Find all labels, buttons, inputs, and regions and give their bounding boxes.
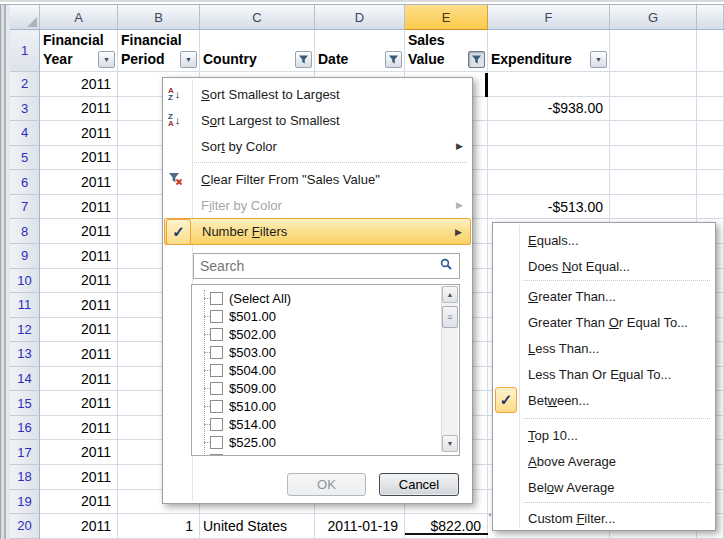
cell-empty[interactable]: [697, 97, 724, 122]
header-cell-date[interactable]: Date: [315, 30, 405, 72]
filter-value-option[interactable]: $501.00: [192, 307, 459, 325]
header-cell-sales-value[interactable]: Sales Value: [405, 30, 488, 72]
row-header[interactable]: 14: [10, 367, 40, 392]
filter-value-option[interactable]: $514.00: [192, 415, 459, 433]
cell-financial-year[interactable]: 2011: [40, 490, 118, 515]
cell-financial-year[interactable]: 2011: [40, 465, 118, 490]
filter-active-button-date[interactable]: [385, 51, 402, 68]
filter-value-option-partial[interactable]: [192, 451, 459, 456]
checkbox[interactable]: [210, 436, 223, 449]
cell-financial-year[interactable]: 2011: [40, 391, 118, 416]
row-header[interactable]: 17: [10, 440, 40, 465]
cell-date[interactable]: 2011-01-19: [315, 514, 405, 539]
filter-value-option[interactable]: $510.00: [192, 397, 459, 415]
row-header[interactable]: 16: [10, 416, 40, 441]
row-header[interactable]: 10: [10, 269, 40, 294]
filter-value-option[interactable]: $502.00: [192, 325, 459, 343]
cell-sales-value[interactable]: $822.00: [405, 514, 488, 539]
cell-financial-year[interactable]: 2011: [40, 195, 118, 220]
row-header[interactable]: 8: [10, 219, 40, 244]
list-scrollbar[interactable]: ▲ ≡ ▼: [441, 286, 458, 452]
checkbox[interactable]: [210, 382, 223, 395]
menu-item-sort-smallest-to-largest[interactable]: AZ↓ Sort Smallest to Largest: [164, 81, 471, 107]
header-cell-financial-period[interactable]: Financial Period ▼: [118, 30, 200, 72]
cell-financial-year[interactable]: 2011: [40, 97, 118, 122]
row-header[interactable]: 13: [10, 342, 40, 367]
row-header[interactable]: 18: [10, 465, 40, 490]
cell-financial-year[interactable]: 2011: [40, 219, 118, 244]
row-header[interactable]: 4: [10, 121, 40, 146]
checkbox[interactable]: [210, 364, 223, 377]
cell-empty[interactable]: [697, 170, 724, 195]
cell-empty[interactable]: [697, 195, 724, 220]
menu-item-number-filters[interactable]: ✓ Number Filters ▶: [164, 218, 471, 245]
filter-dropdown-button-financial-year[interactable]: ▼: [98, 51, 115, 68]
filter-active-button-country[interactable]: [295, 51, 312, 68]
row-header[interactable]: 3: [10, 97, 40, 122]
row-header[interactable]: 7: [10, 195, 40, 220]
cell-empty[interactable]: [610, 97, 697, 122]
submenu-item-top-10[interactable]: Top 10...: [494, 422, 714, 448]
submenu-item-below-average[interactable]: Below Average: [494, 474, 714, 500]
cell-financial-year[interactable]: 2011: [40, 244, 118, 269]
column-header-b[interactable]: B: [118, 5, 200, 30]
cell-empty[interactable]: [610, 146, 697, 171]
submenu-item-between-checked[interactable]: Between...: [494, 387, 714, 414]
cell-financial-year[interactable]: 2011: [40, 293, 118, 318]
column-header-c[interactable]: C: [200, 5, 315, 30]
cell-expenditure[interactable]: -$513.00: [488, 195, 610, 220]
cell-empty[interactable]: [697, 72, 724, 97]
header-cell-financial-year[interactable]: Financial Year ▼: [40, 30, 118, 72]
column-header-f[interactable]: F: [488, 5, 610, 30]
checkbox[interactable]: [210, 346, 223, 359]
column-header-g[interactable]: G: [610, 5, 697, 30]
cell-financial-year[interactable]: 2011: [40, 121, 118, 146]
cell-financial-year[interactable]: 2011: [40, 440, 118, 465]
filter-value-option[interactable]: $509.00: [192, 379, 459, 397]
scroll-down-button[interactable]: ▼: [442, 435, 458, 452]
cell-expenditure[interactable]: -$938.00: [488, 97, 610, 122]
row-header[interactable]: 5: [10, 146, 40, 171]
search-icon[interactable]: [440, 257, 453, 275]
cell-expenditure[interactable]: [488, 72, 610, 97]
filter-value-option[interactable]: $503.00: [192, 343, 459, 361]
header-cell-empty[interactable]: [697, 30, 724, 72]
header-cell-country[interactable]: Country: [200, 30, 315, 72]
checkbox[interactable]: [210, 418, 223, 431]
cell-financial-year[interactable]: 2011: [40, 72, 118, 97]
checkbox[interactable]: [210, 400, 223, 413]
cell-financial-year[interactable]: 2011: [40, 146, 118, 171]
cell-financial-year[interactable]: 2011: [40, 514, 118, 539]
cell-expenditure[interactable]: [488, 146, 610, 171]
ok-button[interactable]: OK: [287, 473, 366, 496]
cell-empty[interactable]: [610, 121, 697, 146]
checkbox[interactable]: [210, 454, 223, 457]
cancel-button[interactable]: Cancel: [379, 473, 459, 496]
row-header[interactable]: 6: [10, 170, 40, 195]
header-cell-empty[interactable]: [610, 30, 697, 72]
submenu-item-less-than[interactable]: Less Than...: [494, 335, 714, 361]
cell-financial-year[interactable]: 2011: [40, 269, 118, 294]
cell-financial-year[interactable]: 2011: [40, 318, 118, 343]
header-cell-expenditure[interactable]: Expenditure ▼: [488, 30, 610, 72]
submenu-item-equals[interactable]: Equals...: [494, 227, 714, 253]
row-header[interactable]: 9: [10, 244, 40, 269]
submenu-item-does-not-equal[interactable]: Does Not Equal...: [494, 253, 714, 279]
checkbox[interactable]: [210, 328, 223, 341]
submenu-item-less-than-or-equal[interactable]: Less Than Or Equal To...: [494, 361, 714, 387]
column-header-partial[interactable]: [697, 5, 724, 30]
column-header-d[interactable]: D: [315, 5, 405, 30]
row-header[interactable]: 11: [10, 293, 40, 318]
cell-expenditure[interactable]: [488, 121, 610, 146]
filter-active-button-sales-value-open[interactable]: [468, 51, 485, 68]
cell-financial-year[interactable]: 2011: [40, 416, 118, 441]
cell-empty[interactable]: [610, 170, 697, 195]
submenu-item-greater-than-or-equal[interactable]: Greater Than Or Equal To...: [494, 309, 714, 335]
scroll-up-button[interactable]: ▲: [442, 286, 458, 303]
menu-item-clear-filter[interactable]: Clear Filter From "Sales Value": [164, 166, 471, 192]
cell-financial-year[interactable]: 2011: [40, 367, 118, 392]
submenu-item-above-average[interactable]: Above Average: [494, 448, 714, 474]
cell-empty[interactable]: [610, 195, 697, 220]
row-header[interactable]: 15: [10, 391, 40, 416]
menu-item-sort-by-color[interactable]: Sort by Color ▶: [164, 133, 471, 159]
